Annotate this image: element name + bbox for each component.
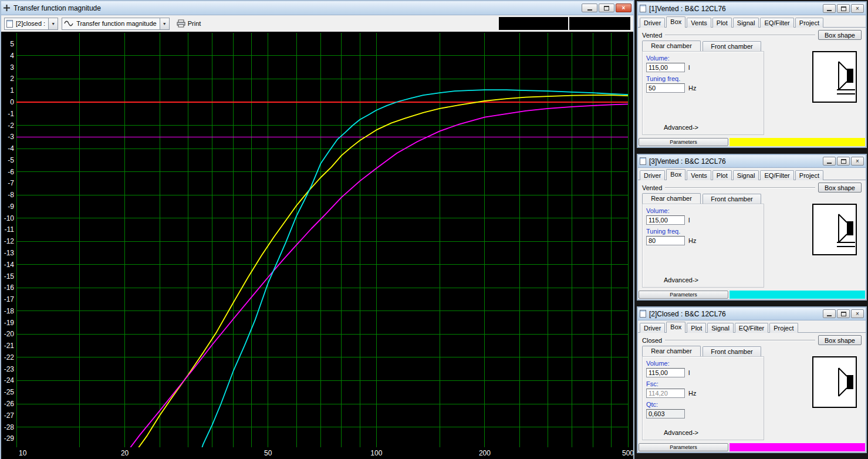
tab-plot[interactable]: Plot: [712, 18, 732, 28]
advanced-link[interactable]: Advanced->: [664, 124, 698, 131]
volume-input[interactable]: [646, 215, 685, 225]
svg-text:0: 0: [10, 98, 14, 106]
svg-text:-6: -6: [8, 168, 14, 176]
tab-box[interactable]: Box: [666, 322, 685, 333]
minimize-button[interactable]: [823, 309, 836, 318]
app-icon: [3, 4, 11, 12]
svg-text:200: 200: [479, 449, 491, 457]
close-button[interactable]: ×: [851, 157, 864, 166]
tab-eq-filter[interactable]: EQ/Filter: [760, 18, 793, 28]
curve-color-bar: [729, 443, 865, 451]
parameters-button[interactable]: Parameters: [639, 138, 728, 146]
curve-selector-value: [2]closed :: [13, 20, 48, 27]
box-shape-button[interactable]: Box shape: [818, 183, 862, 193]
maximize-button[interactable]: [837, 309, 850, 318]
titlebar[interactable]: [2]Closed : B&C 12CL76 ×: [638, 308, 866, 320]
svg-text:-1: -1: [8, 110, 14, 118]
tab-project[interactable]: Project: [795, 170, 823, 180]
box-shape-button[interactable]: Box shape: [818, 335, 862, 345]
plot-window-title: Transfer function magnitude: [13, 4, 582, 12]
close-button[interactable]: ×: [851, 309, 864, 318]
tab-rear-chamber[interactable]: Rear chamber: [642, 41, 701, 51]
svg-text:-27: -27: [4, 411, 15, 420]
titlebar[interactable]: [1]Vented : B&C 12CL76 ×: [638, 2, 866, 15]
volume-unit: l: [688, 64, 690, 71]
tab-front-chamber[interactable]: Front chamber: [702, 41, 761, 51]
box-shape-drawing: [812, 356, 857, 408]
tab-box[interactable]: Box: [666, 16, 685, 28]
tab-driver[interactable]: Driver: [640, 170, 665, 180]
divider: [665, 340, 815, 341]
tab-project[interactable]: Project: [795, 18, 823, 28]
advanced-link[interactable]: Advanced->: [664, 429, 698, 436]
tab-project[interactable]: Project: [769, 323, 798, 333]
chevron-down-icon[interactable]: ▼: [160, 18, 169, 29]
qtc-input[interactable]: [646, 409, 685, 419]
tab-rear-chamber[interactable]: Rear chamber: [642, 346, 701, 356]
advanced-link[interactable]: Advanced->: [664, 276, 698, 284]
minimize-button[interactable]: [823, 4, 836, 13]
chevron-down-icon[interactable]: ▼: [48, 18, 58, 29]
maximize-button[interactable]: [837, 157, 850, 166]
minimize-icon: [587, 9, 592, 11]
tuning-freq-input[interactable]: [646, 83, 685, 93]
plot-window-titlebar[interactable]: Transfer function magnitude ×: [1, 1, 633, 15]
volume-input[interactable]: [646, 63, 685, 72]
svg-text:-11: -11: [5, 225, 15, 234]
svg-text:1: 1: [10, 86, 14, 95]
tab-signal[interactable]: Signal: [733, 170, 759, 180]
maximize-icon: [841, 159, 846, 164]
tab-plot[interactable]: Plot: [712, 170, 732, 180]
svg-text:-21: -21: [4, 342, 15, 350]
maximize-button[interactable]: [837, 4, 850, 13]
box-shape-button[interactable]: Box shape: [818, 30, 862, 40]
divider: [665, 35, 815, 36]
window-title: [3]Vented : B&C 12CL76: [649, 157, 823, 166]
tab-rear-chamber[interactable]: Rear chamber: [642, 193, 701, 204]
titlebar[interactable]: [3]Vented : B&C 12CL76 ×: [638, 155, 866, 168]
tab-driver[interactable]: Driver: [640, 323, 665, 333]
desktop: Transfer function magnitude × [2]closed …: [0, 0, 868, 459]
tab-vents[interactable]: Vents: [687, 18, 711, 28]
tuning-freq-input[interactable]: [646, 236, 685, 245]
tab-front-chamber[interactable]: Front chamber: [702, 194, 761, 204]
svg-text:-9: -9: [8, 203, 14, 211]
tab-signal[interactable]: Signal: [733, 18, 759, 28]
close-icon: ×: [856, 311, 859, 317]
print-button[interactable]: Print: [173, 17, 205, 30]
plot-type-combobox[interactable]: Transfer function magnitude ▼: [62, 18, 170, 30]
tab-front-chamber[interactable]: Front chamber: [702, 346, 761, 356]
tab-plot[interactable]: Plot: [687, 323, 706, 333]
minimize-button[interactable]: [582, 4, 597, 12]
tuning-freq-unit: Hz: [688, 237, 696, 244]
plot-toolbar: [2]closed : ▼ Transfer function magnitud…: [1, 15, 633, 32]
tab-signal[interactable]: Signal: [707, 323, 734, 333]
svg-text:-29: -29: [4, 434, 15, 443]
box-tab-content: Vented Box shape Rear chamber Front cham…: [639, 29, 865, 137]
tab-eq-filter[interactable]: EQ/Filter: [760, 170, 793, 180]
tab-vents[interactable]: Vents: [687, 170, 711, 180]
svg-text:-17: -17: [4, 295, 15, 303]
svg-text:-4: -4: [8, 144, 14, 153]
waveform-icon: [64, 20, 73, 27]
parameters-button[interactable]: Parameters: [639, 291, 728, 299]
enclosure-type-label: Vented: [642, 32, 662, 39]
maximize-button[interactable]: [599, 4, 614, 12]
fsc-unit: Hz: [688, 390, 696, 397]
tab-box[interactable]: Box: [666, 169, 685, 180]
tab-eq-filter[interactable]: EQ/Filter: [735, 323, 768, 333]
minimize-button[interactable]: [823, 157, 836, 166]
box-tab-content: Vented Box shape Rear chamber Front cham…: [639, 182, 865, 289]
curve-selector-combobox[interactable]: [2]closed : ▼: [4, 18, 58, 30]
fsc-input[interactable]: [646, 389, 685, 398]
volume-unit: l: [688, 217, 690, 224]
parameters-button[interactable]: Parameters: [639, 443, 728, 451]
close-button[interactable]: ×: [851, 4, 864, 13]
svg-text:3: 3: [10, 63, 14, 72]
transfer-function-chart: 543210-1-2-3-4-5-6-7-8-9-10-11-12-13-14-…: [1, 32, 633, 459]
tab-driver[interactable]: Driver: [640, 18, 665, 28]
svg-text:-13: -13: [4, 249, 15, 257]
volume-input[interactable]: [646, 368, 685, 377]
window-closed-2: [2]Closed : B&C 12CL76 × Driver Box Plot…: [637, 306, 867, 453]
close-button[interactable]: ×: [616, 4, 631, 12]
